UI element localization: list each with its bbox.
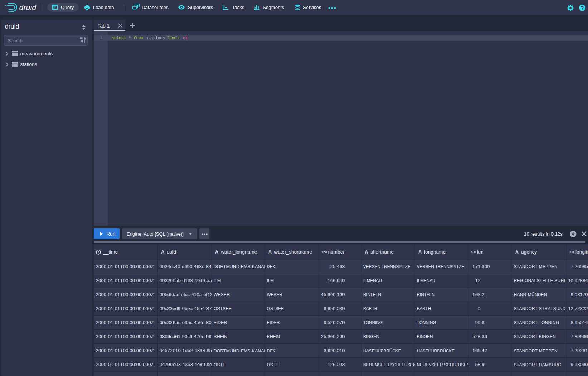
svg-text:?: ? xyxy=(580,5,584,11)
